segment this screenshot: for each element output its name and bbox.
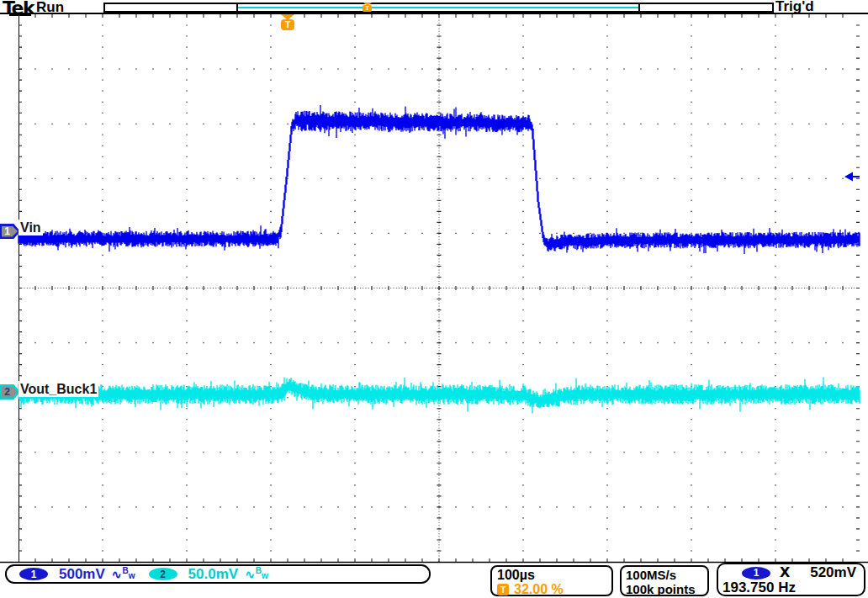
channel-1-badge: 1 [19,568,48,580]
tek-logo-underline [9,14,31,16]
channel-2-ac-coupling-icon: ∿ [245,568,255,581]
trigger-position-value: 32.00 % [514,582,564,596]
channel-2-bandwidth-limit-icon: Bw [256,566,268,582]
trigger-source-badge: 1 [742,567,770,579]
bw-w: w [129,571,135,580]
trigger-readout-box: 1 X 520mV 193.750 Hz [717,563,865,596]
channel-1-marker-digit: 1 [0,225,14,237]
acquisition-bar-right-segment [638,3,774,13]
trigger-position-readout: T 32.00 % [497,582,606,596]
acquisition-bar-left-segment [103,3,238,13]
acquisition-status: Run [36,0,64,16]
bw-b: B [256,566,262,575]
channel-1-scale: 500mV [59,566,105,583]
sample-rate-readout: 100MS/s [626,568,703,582]
scope-display [0,0,868,564]
trigger-status: Trig'd [775,0,814,15]
channel-2-position-marker-icon: 2 [0,384,20,400]
acquisition-readout-box: 100MS/s 100k points [620,565,709,596]
channel-1-ac-coupling-icon: ∿ [112,568,122,581]
trigger-t-badge-icon: T [497,584,509,595]
trigger-level-arrow-icon [844,172,853,182]
channel-2-badge: 2 [149,568,177,580]
channel-1-position-marker-icon: 1 [0,224,20,239]
trigger-level-readout: 520mV [810,565,856,580]
bw-b: B [123,566,129,575]
channel-2-scale: 50.0mV [188,566,239,583]
record-length-readout: 100k points [626,582,703,596]
channel-2-waveform-label: Vout_Buck1 [19,381,98,397]
channel-2-marker-digit: 2 [0,386,14,398]
timebase-readout: 100µs [497,568,606,582]
trigger-frequency-readout: 193.750 Hz [718,580,864,595]
acquisition-preview-trace [238,7,638,8]
channel-1-waveform-label: Vin [19,220,43,235]
trigger-marker-t-icon: T [363,5,372,12]
trigger-flag-t-icon: T [281,19,294,30]
trigger-position-flag-icon: T [280,14,295,30]
trigger-slope-icon: X [780,565,790,580]
bw-w: w [262,571,268,580]
channel-2-readout-group: 2 50.0mV ∿ Bw [149,566,268,583]
acquisition-bar-window-segment: T [236,3,640,13]
acquisition-bar-trigger-marker-icon: T [363,3,373,13]
channel-1-bandwidth-limit-icon: Bw [123,566,135,582]
horizontal-readout-box: 100µs T 32.00 % [490,565,613,596]
channel-scale-readout-box: 1 500mV ∿ Bw 2 50.0mV ∿ Bw [5,564,431,584]
trigger-settings-line: 1 X 520mV [718,565,864,580]
